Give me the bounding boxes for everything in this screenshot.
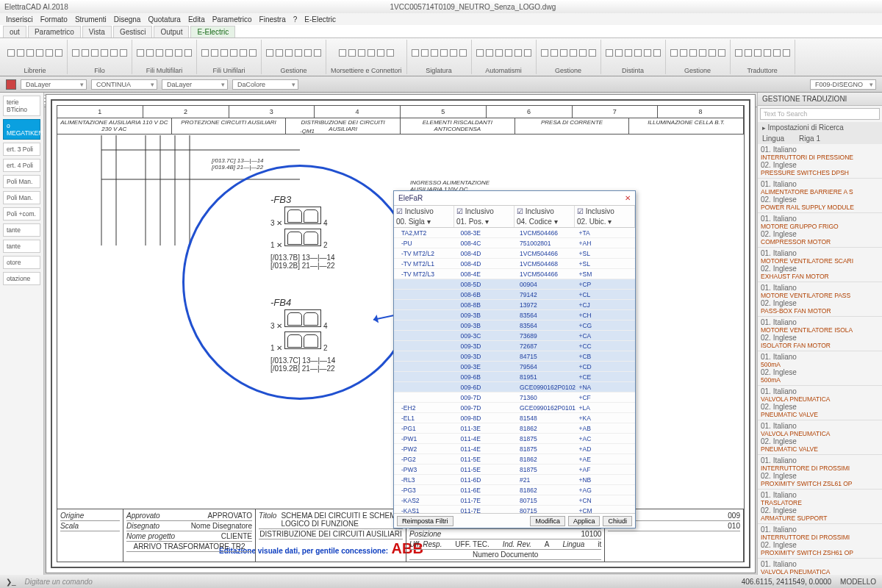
doc-select[interactable]: F009-DISEGNO xyxy=(810,79,876,90)
translation-item[interactable]: 01. ItalianoMOTORE VENTILATORE SCARI02. … xyxy=(758,248,882,282)
search-input[interactable]: Text To Search xyxy=(760,108,880,120)
library-node[interactable]: otazione xyxy=(3,272,40,285)
translation-item[interactable]: 01. ItalianoINTERRUTTORI DI PRESSIONE02.… xyxy=(758,144,882,179)
table-row[interactable]: -EL1009-8D81548+KA xyxy=(394,413,635,423)
menu-parametrico[interactable]: Parametrico xyxy=(212,15,252,24)
tool-icon[interactable] xyxy=(165,49,173,57)
table-row[interactable]: 009-7D71360+CF xyxy=(394,392,635,403)
table-row[interactable]: 008-6B79142+CL xyxy=(394,290,635,300)
tool-icon[interactable] xyxy=(7,49,15,57)
column-header[interactable]: Inclusivo00. Sigla ▾ xyxy=(394,206,454,227)
tool-icon[interactable] xyxy=(211,49,218,57)
tool-icon[interactable] xyxy=(589,49,596,57)
tab-vista[interactable]: Vista xyxy=(82,26,112,37)
tool-icon[interactable] xyxy=(709,49,716,57)
color-select[interactable]: DaColore xyxy=(232,79,298,90)
table-row[interactable]: 009-3D72687+CC xyxy=(394,341,635,351)
tool-icon[interactable] xyxy=(634,49,642,57)
translation-item[interactable]: 01. ItalianoVALVOLA PNEUMATICA02. Ingles… xyxy=(758,559,882,575)
apply-button[interactable]: Applica xyxy=(568,516,600,526)
tab-parametrico[interactable]: Parametrico xyxy=(28,26,81,37)
table-row[interactable]: -EH2009-7DGCE0990162P0101+LA xyxy=(394,403,635,413)
tool-icon[interactable] xyxy=(339,49,346,57)
tool-icon[interactable] xyxy=(431,49,438,57)
translation-item[interactable]: 01. ItalianoINTERRUTTORE DI PROSSIMI02. … xyxy=(758,455,882,490)
table-row[interactable]: 008-5D00904+CP xyxy=(394,279,635,290)
tool-icon[interactable] xyxy=(17,49,24,57)
menu-disegna[interactable]: Disegna xyxy=(114,15,141,24)
tool-icon[interactable] xyxy=(745,49,752,57)
table-row[interactable]: 009-6B81951+CE xyxy=(394,372,635,382)
menu-edita[interactable]: Edita xyxy=(188,15,205,24)
tool-icon[interactable] xyxy=(689,49,697,57)
tool-icon[interactable] xyxy=(348,49,356,57)
table-row[interactable]: 009-3E79564+CD xyxy=(394,362,635,372)
table-row[interactable]: -PW3011-5E81875+AF xyxy=(394,465,635,475)
lineweight-select[interactable]: DaLayer xyxy=(162,79,228,90)
tool-icon[interactable] xyxy=(412,49,419,57)
tool-icon[interactable] xyxy=(764,49,771,57)
translation-item[interactable]: 01. ItalianoMOTORE VENTILATORE ISOLA02. … xyxy=(758,317,882,351)
tool-icon[interactable] xyxy=(230,49,237,57)
table-row[interactable]: 009-3B83564+CG xyxy=(394,320,635,331)
tool-icon[interactable] xyxy=(101,49,108,57)
tool-icon[interactable] xyxy=(46,49,53,57)
translation-item[interactable]: 01. ItalianoALIMENTATORE BARRIERE A S02.… xyxy=(758,179,882,213)
tool-icon[interactable] xyxy=(26,49,34,57)
tool-icon[interactable] xyxy=(486,49,493,57)
table-row[interactable]: -PG2011-5E81862+AE xyxy=(394,454,635,465)
menu-quotatura[interactable]: Quotatura xyxy=(148,15,180,24)
translation-item[interactable]: 01. ItalianoVALVOLA PNEUMATICA02. Ingles… xyxy=(758,420,882,455)
translation-item[interactable]: 01. ItalianoMOTORE VENTILATORE PASS02. I… xyxy=(758,282,882,317)
search-settings[interactable]: ▸ Impostazioni di Ricerca xyxy=(758,122,882,133)
tool-icon[interactable] xyxy=(156,49,163,57)
library-node[interactable]: ert. 4 Poli xyxy=(3,159,40,172)
table-row[interactable]: 009-3C73689+CA xyxy=(394,331,635,341)
table-row[interactable]: TA2,MT2008-3E1VCM504466+TA xyxy=(394,228,635,238)
tool-icon[interactable] xyxy=(505,49,512,57)
library-node[interactable]: Poli Man. xyxy=(3,175,40,188)
tool-icon[interactable] xyxy=(249,49,257,57)
elefar-window[interactable]: EleFaR ✕ Inclusivo00. Sigla ▾Inclusivo01… xyxy=(393,190,636,528)
menu-inserisci[interactable]: Inserisci xyxy=(6,15,33,24)
table-row[interactable]: -PW2011-4E81875+AD xyxy=(394,444,635,454)
tool-icon[interactable] xyxy=(653,49,661,57)
tool-icon[interactable] xyxy=(387,49,394,57)
tool-icon[interactable] xyxy=(368,49,375,57)
tool-icon[interactable] xyxy=(421,49,429,57)
table-row[interactable]: -KAS1011-7E80715+CM xyxy=(394,506,635,513)
tool-icon[interactable] xyxy=(579,49,587,57)
tool-icon[interactable] xyxy=(201,49,209,57)
table-row[interactable]: -KAS2011-7E80715+CN xyxy=(394,495,635,506)
tab-e-electric[interactable]: E-Electric xyxy=(190,26,235,37)
table-row[interactable]: -TV MT2/L1008-4D1VCM504468+SL xyxy=(394,259,635,269)
tool-icon[interactable] xyxy=(459,49,467,57)
table-row[interactable]: -PG3011-6E81862+AG xyxy=(394,485,635,495)
layer-select[interactable]: DaLayer xyxy=(21,79,87,90)
table-row[interactable]: -TV MT2/L2008-4D1VCM504466+SL xyxy=(394,248,635,259)
menu-strumenti[interactable]: Strumenti xyxy=(75,15,107,24)
close-icon[interactable]: ✕ xyxy=(625,194,631,202)
translations-list[interactable]: 01. ItalianoINTERRUTTORI DI PRESSIONE02.… xyxy=(758,144,882,575)
drawing-canvas[interactable]: 12345678 ALIMENTAZIONE AUSILIARIA 110 V … xyxy=(46,94,756,573)
tool-icon[interactable] xyxy=(184,49,192,57)
library-node[interactable]: tante xyxy=(3,223,40,237)
translation-item[interactable]: 01. ItalianoTRASLATORE02. IngleseARMATUR… xyxy=(758,490,882,524)
library-node[interactable]: tante xyxy=(3,240,40,253)
tool-icon[interactable] xyxy=(91,49,98,57)
tool-icon[interactable] xyxy=(670,49,678,57)
linetype-select[interactable]: CONTINUA xyxy=(91,79,157,90)
tool-icon[interactable] xyxy=(377,49,384,57)
tool-icon[interactable] xyxy=(36,49,43,57)
table-row[interactable]: -PW1011-4E81875+AC xyxy=(394,434,635,444)
tool-icon[interactable] xyxy=(718,49,725,57)
tool-icon[interactable] xyxy=(137,49,144,57)
column-header[interactable]: Inclusivo01. Pos. ▾ xyxy=(454,206,514,227)
tool-icon[interactable] xyxy=(240,49,247,57)
tool-icon[interactable] xyxy=(220,49,228,57)
table-row[interactable]: 009-3B83564+CH xyxy=(394,310,635,320)
translation-item[interactable]: 01. ItalianoVALVOLA PNEUMATICA02. Ingles… xyxy=(758,386,882,420)
menu-?[interactable]: ? xyxy=(293,15,298,24)
tool-icon[interactable] xyxy=(606,49,613,57)
tab-output[interactable]: Output xyxy=(154,26,189,37)
